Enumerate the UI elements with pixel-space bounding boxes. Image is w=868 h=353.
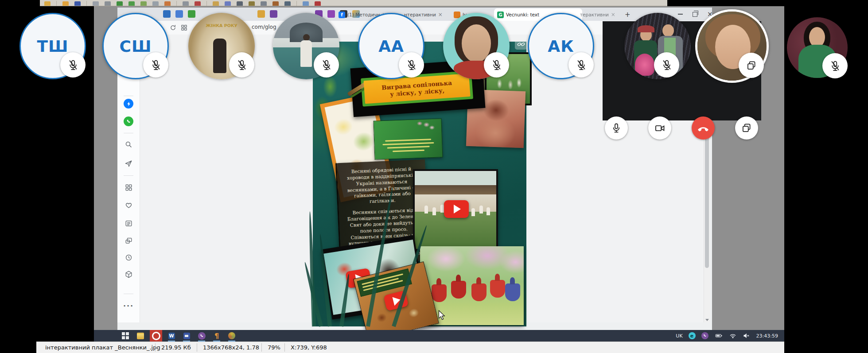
share-link-button[interactable]: [515, 39, 527, 50]
toolbar-icon[interactable]: [164, 1, 171, 6]
tab-close-icon[interactable]: ×: [611, 12, 615, 18]
toolbar-icon[interactable]: [140, 1, 147, 6]
mic-muted-badge: [654, 52, 679, 78]
clock[interactable]: 23:43:59: [756, 333, 778, 339]
mic-icon: [611, 122, 622, 134]
screen: f (1) Методичн × нтерактивни × Ін G Vecn…: [0, 0, 868, 353]
address-bar[interactable]: com/glog: [252, 24, 276, 30]
word-icon[interactable]: W: [166, 330, 177, 341]
microphone-button[interactable]: [605, 116, 628, 140]
toolbar-icon[interactable]: [284, 1, 291, 6]
tab-label: Vecnunki: text: [506, 12, 539, 17]
mic-off-icon: [320, 59, 333, 71]
status-filename: інтерактивний плакат _Веснянки_.jpg: [45, 344, 160, 351]
toolbar-icon[interactable]: [225, 1, 231, 6]
pinned-tab[interactable]: [175, 10, 183, 18]
viber-tray-icon[interactable]: [701, 332, 708, 339]
mic-off-icon: [67, 59, 79, 71]
sidebar-more-icon[interactable]: ···: [123, 300, 134, 311]
news-feed-icon[interactable]: [123, 218, 134, 229]
window-controls: ×: [678, 11, 713, 17]
toolbar-icon[interactable]: [183, 1, 189, 6]
toolbar-icon[interactable]: [74, 1, 81, 6]
end-call-button[interactable]: [692, 116, 715, 140]
opera-taskbar-icon[interactable]: [150, 330, 162, 341]
speed-dial-sidebar-icon[interactable]: [123, 182, 134, 193]
camera-button[interactable]: [648, 116, 671, 140]
wifi-icon[interactable]: [729, 332, 737, 340]
history-icon[interactable]: [123, 252, 134, 263]
scroll-down-icon[interactable]: [705, 319, 709, 321]
volume-muted-icon[interactable]: [743, 332, 751, 340]
toolbar-icon[interactable]: [303, 1, 309, 6]
pinned-tab[interactable]: [163, 10, 171, 18]
toolbar-icon[interactable]: [195, 1, 201, 6]
glogster-icon: G: [497, 12, 504, 18]
toolbar-icon[interactable]: [315, 1, 321, 6]
paragraph-app-icon[interactable]: ¶: [211, 330, 222, 341]
toolbar-icon[interactable]: [105, 1, 111, 6]
facebook-icon: f: [339, 12, 345, 18]
edge-tray-icon[interactable]: e: [689, 332, 696, 339]
glogster-poster: Виграва сопілонька у ліску, у ліску, Вес…: [313, 42, 526, 326]
battery-icon[interactable]: [714, 332, 723, 340]
status-zoom: 79%: [268, 344, 280, 351]
toolbar-icon[interactable]: [152, 1, 159, 6]
bookmarks-heart-icon[interactable]: [123, 200, 134, 210]
messenger-icon[interactable]: [123, 98, 134, 109]
mic-muted-badge: [822, 53, 848, 78]
popout-badge[interactable]: [739, 53, 764, 78]
file-explorer-icon[interactable]: [135, 330, 146, 341]
status-dimensions: 1366x768x24, 1.78: [203, 344, 259, 351]
toolbar-icon[interactable]: [128, 1, 135, 6]
restore-icon[interactable]: [693, 12, 697, 17]
toolbar-icon[interactable]: [249, 1, 255, 6]
pinned-tab[interactable]: [188, 10, 195, 18]
tab-label: терактивни: [580, 12, 609, 17]
my-flow-icon[interactable]: [123, 158, 134, 169]
toolbar-icon[interactable]: [44, 1, 51, 6]
extensions-cube-icon[interactable]: [123, 269, 134, 279]
pinned-tab[interactable]: [327, 10, 335, 18]
tab-close-icon[interactable]: ×: [438, 12, 443, 18]
mic-muted-badge: [568, 52, 594, 78]
search-icon[interactable]: [123, 139, 134, 150]
reload-icon[interactable]: [169, 24, 177, 31]
poster-paragraph-1: Весняні обрядові пісні й хороводи в надд…: [343, 166, 420, 206]
toolbar-icon[interactable]: [93, 1, 99, 6]
toolbar-icon[interactable]: [117, 1, 123, 6]
toolbar-icon[interactable]: [237, 1, 243, 6]
toolbar-icon[interactable]: [261, 1, 267, 6]
start-button[interactable]: [120, 330, 131, 341]
swirl-app-icon[interactable]: [226, 330, 237, 341]
image-viewer-statusbar: інтерактивний плакат _Веснянки_.jpg 219.…: [36, 341, 784, 353]
camera-icon: [654, 122, 666, 134]
tab-interactive-2[interactable]: терактивни ×: [577, 8, 627, 21]
mic-muted-badge: [484, 52, 509, 78]
photo-app-icon[interactable]: [181, 330, 192, 341]
mic-muted-badge: [229, 52, 254, 78]
viber-icon[interactable]: [196, 330, 207, 341]
poster-card-green[interactable]: [374, 118, 443, 159]
pinned-tab[interactable]: [257, 10, 265, 18]
pinned-tab[interactable]: [270, 10, 277, 18]
popout-icon: [746, 60, 757, 71]
youtube-play-button[interactable]: [444, 200, 469, 218]
tabs-icon[interactable]: [123, 235, 134, 246]
popout-button[interactable]: [735, 116, 758, 140]
toolbar-icon[interactable]: [272, 1, 279, 6]
link-chain-icon: [517, 40, 525, 48]
speed-dial-icon[interactable]: [180, 24, 188, 31]
avatar-figure: [213, 39, 226, 73]
language-indicator[interactable]: UK: [676, 333, 682, 339]
mouse-cursor: [437, 310, 447, 321]
status-filesize: 219.95 Кб: [161, 344, 191, 351]
toolbar-icon[interactable]: [213, 1, 219, 6]
toolbar-icon[interactable]: [62, 1, 69, 6]
minimize-icon[interactable]: [678, 14, 683, 15]
avatar-photo-caption: ЖІНКА РОКУ: [188, 23, 255, 28]
whatsapp-icon[interactable]: [123, 116, 134, 127]
poster-video-children[interactable]: [413, 169, 498, 251]
mic-off-icon: [829, 60, 841, 72]
new-tab-button[interactable]: +: [622, 8, 638, 21]
